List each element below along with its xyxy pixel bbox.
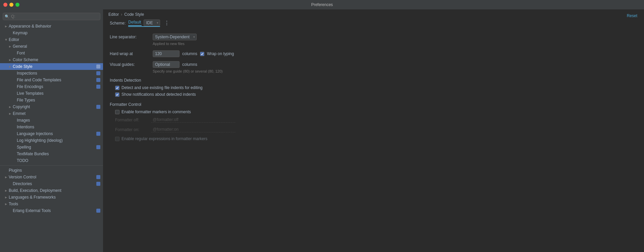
formatter-control-options: Enable formatter markers in comments For… <box>110 110 637 141</box>
line-separator-dropdown-wrap[interactable]: System-Dependent ▾ <box>153 34 197 40</box>
sidebar-item-keymap[interactable]: Keymap <box>0 30 103 36</box>
sidebar-item-language-injections[interactable]: Language Injections <box>0 130 103 137</box>
search-input[interactable] <box>3 13 100 20</box>
sidebar-badge-file-encodings <box>96 85 100 89</box>
sidebar-label-spelling: Spelling <box>17 145 95 150</box>
chevron-icon-log-highlighting <box>12 138 16 142</box>
sidebar-item-todo[interactable]: TODO <box>0 157 103 164</box>
indents-detection-options: Detect and use existing file indents for… <box>110 85 637 97</box>
scheme-ide-dropdown[interactable]: IDE <box>144 19 160 26</box>
chevron-icon-images <box>12 118 16 122</box>
sidebar-item-version-control[interactable]: ▸Version Control <box>0 174 103 180</box>
line-separator-select[interactable]: System-Dependent <box>153 34 197 40</box>
sidebar-label-version-control: Version Control <box>9 175 95 179</box>
line-separator-hint: Applied to new files <box>153 42 637 46</box>
sidebar-item-directories[interactable]: Directories <box>0 180 103 187</box>
sidebar-badge-file-code-templates <box>96 78 100 82</box>
minimize-button[interactable] <box>9 3 13 7</box>
sidebar-label-inspections: Inspections <box>17 71 95 76</box>
sidebar-badge-language-injections <box>96 132 100 136</box>
sidebar-item-file-encodings[interactable]: File Encodings <box>0 83 103 90</box>
enable-formatter-row: Enable formatter markers in comments <box>115 110 637 114</box>
sidebar-item-editor[interactable]: ▾Editor <box>0 36 103 43</box>
wrap-on-typing-checkbox[interactable] <box>200 52 204 56</box>
sidebar-label-color-scheme: Color Scheme <box>13 57 100 62</box>
hard-wrap-row: Hard wrap at columns Wrap on typing <box>110 50 637 57</box>
sidebar-item-languages-frameworks[interactable]: ▸Languages & Frameworks <box>0 194 103 201</box>
maximize-button[interactable] <box>15 3 19 7</box>
sidebar-label-plugins: Plugins <box>9 168 100 173</box>
scheme-more-button[interactable]: ⋮ <box>163 20 171 26</box>
sidebar-item-color-scheme[interactable]: ▸Color Scheme <box>0 56 103 63</box>
sidebar-label-images: Images <box>17 118 100 123</box>
sidebar-item-log-highlighting[interactable]: Log Highlighting (Ideolog) <box>0 137 103 144</box>
sidebar-item-file-code-templates[interactable]: File and Code Templates <box>0 77 103 83</box>
sidebar-item-spelling[interactable]: Spelling <box>0 144 103 151</box>
sidebar-label-general: General <box>13 44 100 49</box>
hard-wrap-input[interactable] <box>153 50 180 57</box>
sidebar-item-plugins[interactable]: Plugins <box>0 167 103 174</box>
detect-indents-checkbox[interactable] <box>115 86 119 90</box>
sidebar-item-images[interactable]: Images <box>0 117 103 124</box>
show-notifications-checkbox[interactable] <box>115 92 119 97</box>
sidebar-label-live-templates: Live Templates <box>17 91 100 96</box>
breadcrumb-parent: Editor <box>108 12 119 17</box>
close-button[interactable] <box>3 3 7 7</box>
search-box[interactable]: 🔍 <box>3 13 100 20</box>
visual-guides-hint: Specify one guide (80) or several (80, 1… <box>153 69 637 73</box>
chevron-icon-font <box>12 51 16 55</box>
regex-formatter-checkbox[interactable] <box>115 137 119 141</box>
chevron-icon-code-style: ▸ <box>8 65 12 69</box>
sidebar-item-erlang-external-tools[interactable]: Erlang External Tools <box>0 207 103 214</box>
sidebar-item-tools[interactable]: ▸Tools <box>0 201 103 207</box>
visual-guides-input[interactable] <box>153 61 180 68</box>
chevron-icon-color-scheme: ▸ <box>8 58 12 62</box>
sidebar-label-build-execution: Build, Execution, Deployment <box>9 188 100 193</box>
formatter-on-input[interactable] <box>151 127 235 132</box>
sidebar-item-copyright[interactable]: ▸Copyright <box>0 103 103 110</box>
sidebar-item-live-templates[interactable]: Live Templates <box>0 90 103 97</box>
sidebar-item-intentions[interactable]: Intentions <box>0 124 103 130</box>
sidebar-item-file-types[interactable]: File Types <box>0 97 103 103</box>
sidebar-label-todo: TODO <box>17 158 100 163</box>
chevron-icon-erlang-external-tools <box>8 209 12 213</box>
visual-guides-row: Visual guides: columns <box>110 61 637 68</box>
enable-formatter-checkbox[interactable] <box>115 110 119 114</box>
sidebar-label-font: Font <box>17 51 100 55</box>
sidebar-item-emmet[interactable]: ▸Emmet <box>0 110 103 117</box>
sidebar-label-file-code-templates: File and Code Templates <box>17 78 95 82</box>
sidebar-item-general[interactable]: ▸General <box>0 43 103 50</box>
chevron-icon-textmate-bundles <box>12 152 16 156</box>
chevron-icon-keymap <box>8 31 12 35</box>
wrap-on-typing-label: Wrap on typing <box>207 51 234 56</box>
sidebar-label-textmate-bundles: TextMate Bundles <box>17 152 100 156</box>
sidebar-item-code-style[interactable]: ▸Code Style <box>0 63 103 70</box>
scheme-select-container: Default IDE ▾ <box>128 19 160 27</box>
sidebar-item-font[interactable]: Font <box>0 50 103 56</box>
sidebar-badge-version-control <box>96 175 100 179</box>
scheme-row: Scheme: Default IDE ▾ ⋮ <box>110 19 637 27</box>
sidebar-badge-erlang-external-tools <box>96 209 100 213</box>
reset-button[interactable]: Reset <box>627 13 637 18</box>
formatter-off-input[interactable] <box>151 117 235 123</box>
sidebar-label-languages-frameworks: Languages & Frameworks <box>9 195 100 200</box>
sidebar-badge-directories <box>96 182 100 186</box>
sidebar-item-textmate-bundles[interactable]: TextMate Bundles <box>0 151 103 157</box>
chevron-icon-file-types <box>12 98 16 102</box>
formatter-control-section: Formatter Control Enable formatter marke… <box>110 102 637 141</box>
chevron-icon-file-encodings <box>12 85 16 89</box>
sidebar-item-appearance-behavior[interactable]: ▸Appearance & Behavior <box>0 23 103 30</box>
scheme-ide-dropdown-wrap[interactable]: IDE ▾ <box>144 19 160 26</box>
sidebar: 🔍 ▸Appearance & BehaviorKeymap▾Editor▸Ge… <box>0 9 103 252</box>
chevron-icon-emmet: ▸ <box>8 112 12 116</box>
chevron-icon-spelling <box>12 145 16 149</box>
sidebar-item-build-execution[interactable]: ▸Build, Execution, Deployment <box>0 187 103 194</box>
detect-indents-row: Detect and use existing file indents for… <box>115 85 637 90</box>
sidebar-items-list: ▸Appearance & BehaviorKeymap▾Editor▸Gene… <box>0 23 103 214</box>
sidebar-label-copyright: Copyright <box>13 104 95 109</box>
chevron-icon-intentions <box>12 125 16 129</box>
sidebar-item-inspections[interactable]: Inspections <box>0 70 103 77</box>
sidebar-label-appearance-behavior: Appearance & Behavior <box>9 24 100 29</box>
scheme-label: Scheme: <box>110 21 126 26</box>
sidebar-label-file-types: File Types <box>17 98 100 102</box>
